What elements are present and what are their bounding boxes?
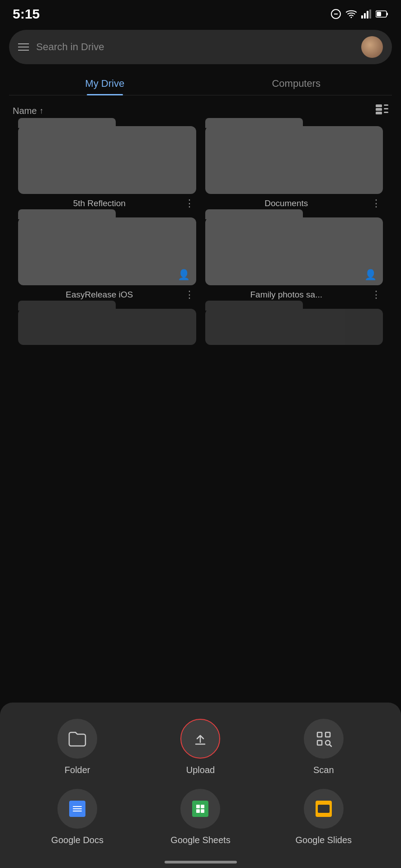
status-icons	[330, 9, 388, 19]
upload-icon	[191, 730, 209, 748]
search-bar[interactable]: Search in Drive	[9, 30, 392, 64]
file-grid: 5th Reflection ⋮ Documents ⋮ Easy	[0, 122, 401, 354]
menu-icon[interactable]	[18, 43, 29, 51]
file-name: 5th Reflection	[18, 198, 181, 208]
more-options-button[interactable]: ⋮	[369, 290, 383, 300]
folder-icon	[18, 309, 196, 345]
svg-rect-12	[384, 112, 388, 113]
search-placeholder[interactable]: Search in Drive	[36, 41, 354, 53]
more-options-button[interactable]: ⋮	[183, 290, 196, 300]
google-sheets-action[interactable]: Google Sheets	[141, 789, 259, 845]
file-label-row: 5th Reflection ⋮	[18, 198, 196, 208]
scan-action[interactable]: Scan	[264, 719, 383, 775]
create-folder-action[interactable]: Folder	[18, 719, 137, 775]
svg-rect-25	[196, 805, 200, 808]
svg-line-24	[330, 745, 331, 746]
google-docs-action[interactable]: Google Docs	[18, 789, 137, 845]
file-item[interactable]: Documents ⋮	[205, 126, 383, 208]
status-bar: 5:15	[0, 0, 401, 26]
file-label-row: Family photos sa... ⋮	[205, 290, 383, 300]
sheets-action-label: Google Sheets	[170, 835, 230, 845]
slides-action-circle	[304, 789, 344, 829]
file-label-row: EasyRelease iOS ⋮	[18, 290, 196, 300]
svg-rect-8	[387, 13, 388, 15]
svg-point-18	[367, 272, 371, 276]
svg-rect-13	[376, 104, 382, 107]
file-item[interactable]	[205, 309, 383, 345]
tab-computers[interactable]: Computers	[201, 71, 392, 95]
svg-rect-5	[367, 11, 368, 19]
file-name: Documents	[205, 198, 368, 208]
svg-rect-4	[364, 13, 366, 19]
upload-action-circle	[180, 719, 220, 759]
file-item[interactable]: 5th Reflection ⋮	[18, 126, 196, 208]
docs-action-label: Google Docs	[51, 835, 104, 845]
sheets-icon	[192, 801, 208, 817]
svg-rect-9	[377, 12, 381, 16]
svg-rect-27	[196, 809, 200, 813]
svg-rect-3	[361, 15, 363, 19]
folder-wrapper	[18, 309, 196, 345]
folder-icon	[205, 217, 383, 285]
status-time: 5:15	[13, 6, 40, 22]
svg-point-16	[180, 272, 184, 276]
folder-icon	[205, 309, 383, 345]
docs-action-circle	[57, 789, 97, 829]
svg-rect-21	[326, 732, 330, 737]
svg-point-17	[185, 272, 188, 275]
file-item[interactable]: Family photos sa... ⋮	[205, 217, 383, 300]
svg-rect-20	[317, 732, 322, 737]
docs-icon	[69, 801, 85, 817]
file-item[interactable]: EasyRelease iOS ⋮	[18, 217, 196, 300]
svg-rect-28	[201, 809, 204, 813]
sheets-action-circle	[180, 789, 220, 829]
file-label-row: Documents ⋮	[205, 198, 383, 208]
tabs: My Drive Computers	[9, 71, 392, 95]
folder-wrapper	[18, 217, 196, 285]
battery-icon	[376, 9, 388, 19]
folder-icon	[205, 126, 383, 194]
svg-rect-10	[384, 104, 388, 106]
svg-rect-11	[384, 108, 388, 109]
folder-action-label: Folder	[65, 765, 90, 775]
scan-action-circle	[304, 719, 344, 759]
tab-my-drive[interactable]: My Drive	[9, 71, 201, 95]
folder-icon	[18, 217, 196, 285]
svg-rect-15	[376, 112, 382, 114]
slides-icon	[316, 801, 332, 817]
action-grid: Folder Upload	[18, 719, 383, 845]
avatar[interactable]	[361, 36, 383, 58]
file-name: EasyRelease iOS	[18, 290, 181, 300]
slides-action-label: Google Slides	[296, 835, 352, 845]
svg-point-2	[351, 17, 352, 18]
upload-action[interactable]: Upload	[141, 719, 259, 775]
folder-wrapper	[205, 126, 383, 194]
svg-rect-6	[369, 9, 371, 19]
svg-rect-26	[201, 805, 204, 808]
sort-label[interactable]: Name ↑	[13, 106, 43, 116]
scan-icon	[315, 730, 333, 748]
view-toggle-icon[interactable]	[376, 104, 388, 117]
folder-wrapper	[205, 309, 383, 345]
wifi-icon	[346, 9, 357, 19]
more-options-button[interactable]: ⋮	[369, 198, 383, 208]
sort-arrow: ↑	[39, 106, 43, 116]
scan-action-label: Scan	[313, 765, 334, 775]
upload-action-label: Upload	[186, 765, 215, 775]
google-slides-action[interactable]: Google Slides	[264, 789, 383, 845]
folder-wrapper	[205, 217, 383, 285]
folder-action-circle	[57, 719, 97, 759]
bottom-sheet: Folder Upload	[0, 703, 401, 868]
svg-rect-14	[376, 108, 382, 111]
signal-icon	[361, 9, 371, 19]
file-name: Family photos sa...	[205, 290, 368, 300]
folder-wrapper	[18, 126, 196, 194]
folder-icon	[68, 731, 86, 747]
do-not-disturb-icon	[330, 9, 341, 19]
home-indicator	[165, 861, 237, 863]
more-options-button[interactable]: ⋮	[183, 198, 196, 208]
folder-icon	[18, 126, 196, 194]
svg-point-19	[372, 272, 375, 275]
file-item[interactable]	[18, 309, 196, 345]
svg-rect-22	[317, 741, 322, 745]
